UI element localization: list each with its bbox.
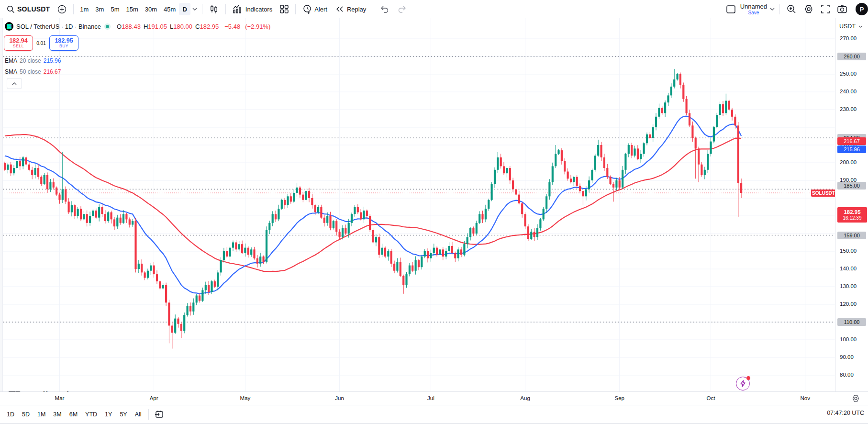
buy-sell-widget: 182.94 SELL 0.01 182.95 BUY — [4, 35, 78, 51]
range-button-5d[interactable]: 5D — [18, 409, 33, 420]
price-line-symbol-tag: SOLUSDT — [811, 190, 836, 197]
replay-button[interactable]: Replay — [331, 2, 370, 16]
range-button-all[interactable]: All — [131, 409, 145, 420]
layout-select-button[interactable] — [723, 2, 739, 16]
axis-settings-gear-icon[interactable] — [852, 394, 860, 402]
bottom-range-toolbar: 1D5D1M3M6MYTD1Y5YAll — [0, 405, 868, 423]
save-label[interactable]: Save — [748, 11, 759, 15]
replay-label: Replay — [347, 6, 366, 13]
interval-menu-chevron[interactable] — [190, 2, 199, 16]
chevron-down-icon — [770, 8, 775, 11]
utc-clock[interactable]: 07:47:20 UTC — [827, 410, 864, 416]
toolbar-divider — [73, 4, 74, 14]
time-tick-sep: Sep — [610, 395, 629, 401]
interval-button-45m[interactable]: 45m — [160, 3, 179, 15]
indicator-templates-button[interactable] — [276, 2, 292, 16]
time-tick-jun: Jun — [330, 395, 349, 401]
rewind-icon — [335, 5, 345, 13]
indicators-button[interactable]: Indicators — [229, 2, 276, 16]
time-axis[interactable]: MarAprMayJunJulAugSepOctNov — [0, 391, 868, 405]
chevron-down-icon — [858, 25, 863, 28]
change-percent: (−2.91%) — [245, 23, 270, 30]
symbol-title[interactable]: SOL / TetherUS · 1D · Binance — [16, 23, 101, 30]
compare-add-button[interactable] — [54, 2, 70, 16]
chart-legend-header[interactable]: SOL / TetherUS · 1D · Binance O188.43H19… — [5, 22, 270, 31]
go-to-date-button[interactable] — [152, 407, 167, 422]
price-tick-label: 270.00 — [840, 35, 857, 41]
symbol-search-button[interactable]: SOLUSDT — [3, 2, 54, 16]
price-tick-label: 240.00 — [840, 89, 857, 94]
lightning-fab-button[interactable] — [736, 377, 750, 391]
range-buttons: 1D5D1M3M6MYTD1Y5YAll — [3, 409, 145, 420]
range-button-ytd[interactable]: YTD — [81, 409, 101, 420]
interval-button-15m[interactable]: 15m — [122, 3, 141, 15]
level-price-badge: 185.00 — [837, 182, 866, 190]
market-status-icon[interactable] — [106, 25, 109, 28]
screenshot-button[interactable] — [834, 2, 851, 16]
spread-value: 0.01 — [33, 41, 49, 46]
layout-menu-chevron[interactable] — [768, 2, 777, 16]
buy-button[interactable]: 182.95 BUY — [49, 35, 78, 51]
quick-search-button[interactable] — [783, 2, 800, 16]
price-tick-label: 150.00 — [840, 248, 857, 254]
interval-button-1m[interactable]: 1m — [77, 3, 92, 15]
chart-style-button[interactable] — [205, 2, 223, 16]
interval-buttons: 1m3m5m15m30m45mD — [77, 0, 190, 18]
layout-name-block[interactable]: Unnamed Save — [740, 3, 767, 15]
redo-button[interactable] — [393, 2, 411, 16]
price-tick-label: 120.00 — [840, 301, 857, 307]
range-button-3m[interactable]: 3M — [49, 409, 65, 420]
price-tick-label: 100.00 — [840, 336, 857, 342]
redo-icon — [397, 6, 407, 13]
legend-collapse-button[interactable] — [7, 78, 22, 89]
ohlc-value: 188.43 — [122, 23, 141, 30]
price-tick-label: 200.00 — [840, 159, 857, 165]
range-button-1d[interactable]: 1D — [3, 409, 18, 420]
interval-button-D[interactable]: D — [179, 3, 190, 15]
chevron-down-icon — [192, 8, 197, 11]
indicator-params: 50 close — [20, 68, 41, 75]
change-value: −5.48 — [224, 23, 240, 30]
range-button-1y[interactable]: 1Y — [101, 409, 116, 420]
indicator-name: SMA — [5, 68, 17, 75]
indicator-legend-sma[interactable]: SMA 50 close 216.67 — [5, 68, 61, 75]
undo-button[interactable] — [376, 2, 393, 16]
avatar[interactable]: P — [856, 3, 868, 15]
sell-button[interactable]: 182.94 SELL — [4, 35, 33, 51]
interval-button-5m[interactable]: 5m — [107, 3, 122, 15]
interval-button-30m[interactable]: 30m — [142, 3, 160, 15]
candlestick-chart[interactable] — [0, 18, 835, 391]
interval-button-3m[interactable]: 3m — [92, 3, 107, 15]
bar-close-countdown: 16:12:39 — [843, 215, 862, 221]
fullscreen-button[interactable] — [817, 2, 834, 16]
settings-button[interactable] — [800, 2, 817, 16]
range-button-5y[interactable]: 5Y — [116, 409, 131, 420]
price-tick-label: 130.00 — [840, 283, 857, 289]
indicators-label: Indicators — [245, 6, 272, 13]
level-price-badge: 110.00 — [837, 318, 866, 326]
currency-button[interactable]: USDT — [839, 21, 863, 32]
price-tick-label: 140.00 — [840, 266, 857, 271]
time-tick-nov: Nov — [796, 395, 815, 401]
price-tick-label: 80.00 — [840, 372, 854, 378]
sma-price-badge: 216.67 — [837, 137, 866, 145]
camera-icon — [837, 5, 847, 13]
chart-canvas[interactable]: TradingView — [0, 18, 835, 391]
indicator-legend-ema[interactable]: EMA 20 close 215.96 — [5, 57, 61, 64]
level-price-badge: 260.00 — [837, 53, 866, 60]
price-axis[interactable]: USDT 270.00250.00240.00230.00210.00200.0… — [835, 18, 868, 391]
plus-circle-icon — [57, 5, 67, 14]
drawing-toolbar-collapsed[interactable] — [0, 18, 3, 391]
layout-square-icon — [726, 5, 735, 13]
ema-price-badge: 215.96 — [837, 145, 866, 153]
toolbar-divider — [373, 4, 373, 14]
price-tick-label: 230.00 — [840, 106, 857, 112]
indicators-icon — [233, 4, 243, 14]
candlestick-icon — [209, 4, 219, 14]
toolbar-divider — [225, 4, 226, 14]
indicator-params: 20 close — [20, 57, 41, 64]
last-price-badge: 182.95 16:12:39 — [837, 207, 867, 223]
range-button-1m[interactable]: 1M — [33, 409, 49, 420]
range-button-6m[interactable]: 6M — [66, 409, 81, 420]
alert-button[interactable]: Alert — [299, 2, 331, 16]
